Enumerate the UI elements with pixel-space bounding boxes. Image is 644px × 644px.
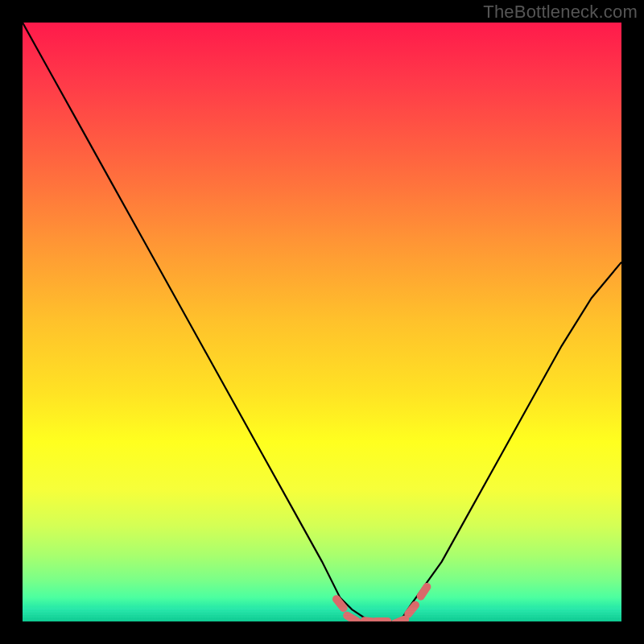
bottleneck-line — [23, 23, 621, 621]
watermark-text: TheBottleneck.com — [483, 2, 638, 23]
plot-area — [23, 23, 621, 621]
bottom-stripes — [23, 607, 621, 621]
curve-layer — [23, 23, 621, 621]
main-curve — [23, 23, 621, 621]
bottleneck-chart: TheBottleneck.com — [0, 0, 644, 644]
highlight-dash — [415, 581, 433, 602]
